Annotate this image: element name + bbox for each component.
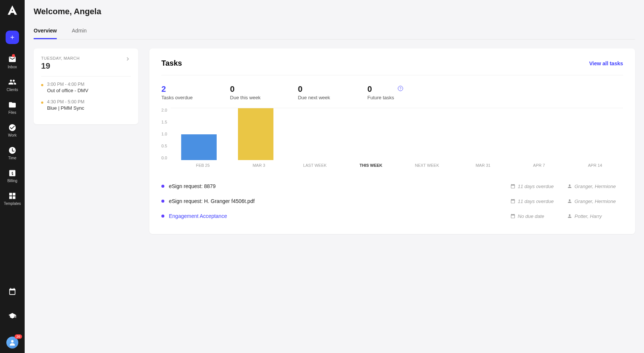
task-row[interactable]: Engagement AcceptanceNo due datePotter, … — [161, 209, 623, 224]
x-label: LAST WEEK — [287, 163, 343, 168]
nav-badge — [12, 54, 15, 57]
sidebar-item-clients[interactable]: Clients — [4, 78, 21, 92]
x-label: FEB 25 — [175, 163, 231, 168]
x-label: APR 14 — [567, 163, 623, 168]
event-title: Blue | PMM Sync — [47, 105, 84, 111]
nav-label: Templates — [4, 202, 21, 206]
chart-bar — [238, 108, 273, 160]
tab-overview[interactable]: Overview — [34, 23, 57, 39]
sidebar-item-time[interactable]: Time — [4, 146, 21, 160]
stat-label: Due this week — [230, 95, 261, 100]
chart-bars — [171, 108, 623, 160]
task-user: Potter, Harry — [567, 213, 623, 219]
event-time: 3:00 PM - 4:00 PM — [47, 82, 88, 87]
task-dot — [161, 215, 164, 218]
chart-y-axis: 2.01.51.00.50.0 — [161, 108, 171, 160]
task-stat[interactable]: 2Tasks overdue — [161, 84, 193, 100]
sidebar-item-files[interactable]: Files — [4, 101, 21, 115]
x-label: MAR 31 — [455, 163, 511, 168]
task-stat[interactable]: 0Due next week — [298, 84, 330, 100]
svg-point-0 — [11, 340, 14, 343]
bar-slot — [567, 108, 623, 160]
task-due: 11 days overdue — [510, 199, 563, 204]
chart-x-axis: FEB 25MAR 3LAST WEEKTHIS WEEKNEXT WEEKMA… — [175, 163, 623, 168]
y-tick: 1.5 — [161, 120, 167, 124]
y-tick: 1.0 — [161, 132, 167, 136]
app-logo — [7, 4, 18, 16]
tasks-card: Tasks View all tasks 2Tasks overdue0Due … — [149, 49, 635, 234]
nav-label: Files — [8, 110, 16, 115]
nav-label: Work — [8, 133, 16, 137]
view-all-tasks-link[interactable]: View all tasks — [589, 60, 623, 66]
task-dot — [161, 200, 164, 203]
bar-slot — [397, 108, 453, 160]
main-content: Welcome, Angela OverviewAdmin TUESDAY, M… — [25, 0, 644, 353]
bar-slot — [171, 108, 227, 160]
nav-label: Clients — [7, 88, 18, 92]
task-row[interactable]: eSign request: 887911 days overdueGrange… — [161, 179, 623, 194]
nav-label: Inbox — [8, 65, 17, 69]
tabs: OverviewAdmin — [34, 23, 635, 40]
task-name: Engagement Acceptance — [169, 213, 506, 219]
x-label: MAR 3 — [231, 163, 287, 168]
task-due: No due date — [510, 213, 563, 219]
y-tick: 0.0 — [161, 156, 167, 160]
calendar-day-number: 19 — [41, 61, 80, 71]
y-tick: 0.5 — [161, 144, 167, 148]
task-stats: 2Tasks overdue0Due this week0Due next we… — [161, 84, 623, 100]
event-dot — [41, 101, 43, 104]
sidebar-item-work[interactable]: Work — [4, 124, 21, 137]
bar-slot — [340, 108, 397, 160]
stat-label: Future tasks — [367, 95, 394, 100]
bar-slot — [510, 108, 566, 160]
sidebar: InboxClientsFilesWorkTimeBillingTemplate… — [0, 0, 25, 353]
task-list: eSign request: 887911 days overdueGrange… — [161, 179, 623, 224]
task-name: eSign request: 8879 — [169, 183, 506, 189]
tab-admin[interactable]: Admin — [72, 23, 87, 39]
task-name: eSign request: H. Granger f4506t.pdf — [169, 198, 506, 204]
sidebar-item-inbox[interactable]: Inbox — [4, 55, 21, 69]
y-tick: 2.0 — [161, 108, 167, 112]
event-title: Out of office - DMV — [47, 88, 88, 93]
task-user: Granger, Hermione — [567, 199, 623, 204]
bar-slot — [284, 108, 340, 160]
task-dot — [161, 185, 164, 188]
stat-label: Due next week — [298, 95, 330, 100]
stat-number: 0 — [298, 84, 330, 94]
education-nav[interactable] — [8, 312, 16, 320]
stat-number: 0 — [230, 84, 261, 94]
calendar-event[interactable]: 4:30 PM - 5:00 PMBlue | PMM Sync — [41, 99, 131, 111]
bar-slot — [453, 108, 510, 160]
x-label: NEXT WEEK — [399, 163, 455, 168]
add-button[interactable] — [6, 31, 19, 44]
chevron-right-icon[interactable] — [125, 56, 131, 63]
nav-label: Billing — [7, 179, 18, 183]
tasks-chart: 2.01.51.00.50.0 FEB 25MAR 3LAST WEEKTHIS… — [161, 108, 623, 168]
page-title: Welcome, Angela — [34, 7, 635, 16]
chart-bar — [181, 134, 217, 160]
calendar-nav[interactable] — [8, 287, 16, 296]
user-avatar[interactable]: 26 — [6, 337, 18, 349]
bar-slot — [227, 108, 284, 160]
nav-label: Time — [8, 156, 16, 160]
task-user: Granger, Hermione — [567, 184, 623, 189]
event-dot — [41, 84, 43, 86]
stat-number: 0 — [367, 84, 394, 94]
sidebar-item-templates[interactable]: Templates — [4, 192, 21, 206]
calendar-card: TUESDAY, MARCH 19 3:00 PM - 4:00 PMOut o… — [34, 49, 138, 124]
help-icon[interactable]: ? — [398, 86, 403, 91]
stat-label: Tasks overdue — [161, 95, 193, 100]
calendar-day-label: TUESDAY, MARCH — [41, 56, 80, 60]
x-label: APR 7 — [511, 163, 567, 168]
task-row[interactable]: eSign request: H. Granger f4506t.pdf11 d… — [161, 194, 623, 209]
tasks-title: Tasks — [161, 59, 182, 68]
task-due: 11 days overdue — [510, 184, 563, 189]
task-stat[interactable]: 0Future tasks? — [367, 84, 394, 100]
event-time: 4:30 PM - 5:00 PM — [47, 99, 84, 104]
task-stat[interactable]: 0Due this week — [230, 84, 261, 100]
sidebar-item-billing[interactable]: Billing — [4, 169, 21, 183]
x-label: THIS WEEK — [343, 163, 399, 168]
calendar-event[interactable]: 3:00 PM - 4:00 PMOut of office - DMV — [41, 82, 131, 93]
avatar-badge: 26 — [15, 334, 22, 339]
stat-number: 2 — [161, 84, 193, 94]
